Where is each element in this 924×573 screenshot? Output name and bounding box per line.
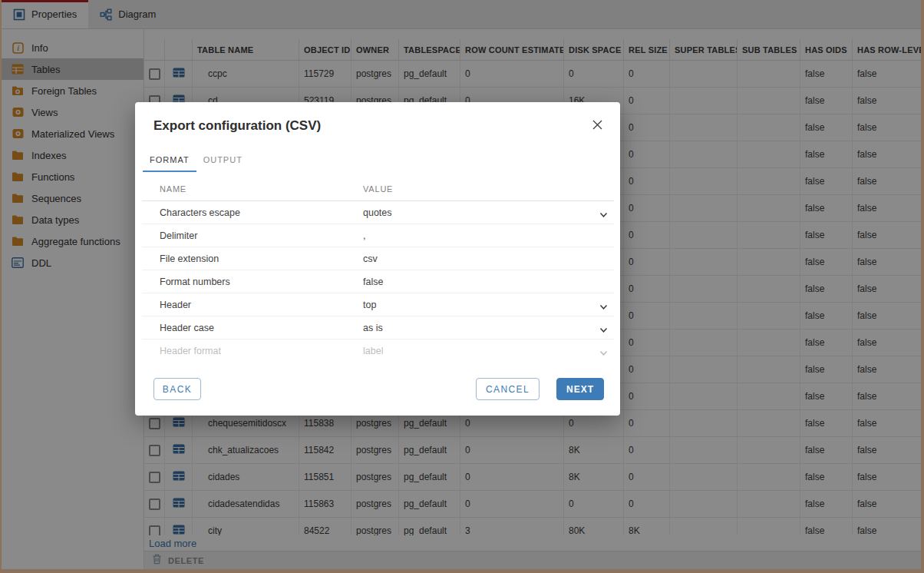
property-row-format-numbers: Format numbersfalse (142, 270, 614, 293)
back-button[interactable]: BACK (153, 378, 201, 400)
property-value-text: , (363, 230, 365, 241)
dialog-tab-format[interactable]: FORMAT (143, 151, 196, 172)
property-name: Header (142, 300, 363, 310)
property-name: Header format (142, 346, 363, 356)
dialog-properties: Characters escapequotesDelimiter,File ex… (142, 201, 614, 359)
property-value-text: as is (363, 323, 383, 333)
property-value[interactable]: quotes (363, 207, 614, 218)
property-row-delimiter: Delimiter, (142, 224, 614, 247)
property-row-header: Headertop (142, 293, 614, 316)
property-row-file-extension: File extensioncsv (142, 247, 614, 270)
dialog-properties-table: NAME VALUE Characters escapequotesDelimi… (142, 177, 614, 371)
dialog-tabs: FORMAT OUTPUT (143, 151, 249, 172)
property-value-text: false (363, 277, 383, 287)
property-value-text: quotes (363, 207, 392, 218)
property-value[interactable]: label (363, 346, 614, 356)
property-value[interactable]: false (363, 277, 614, 287)
properties-value-header: VALUE (363, 184, 614, 194)
property-value[interactable]: csv (363, 253, 614, 264)
chevron-down-icon[interactable] (599, 210, 608, 220)
dialog-title: Export configuration (CSV) (153, 118, 321, 134)
property-value-text: top (363, 300, 376, 310)
property-value[interactable]: top (363, 300, 614, 310)
property-value-text: label (363, 346, 383, 356)
export-configuration-dialog: Export configuration (CSV) FORMAT OUTPUT… (135, 102, 620, 416)
dialog-tab-output[interactable]: OUTPUT (196, 151, 249, 172)
property-value[interactable]: as is (363, 323, 614, 333)
property-row-header-case: Header caseas is (142, 316, 614, 339)
property-row-header-format: Header formatlabel (142, 339, 614, 359)
chevron-down-icon[interactable] (599, 325, 608, 336)
property-name: Format numbers (142, 277, 363, 287)
property-value[interactable]: , (363, 230, 614, 241)
chevron-down-icon[interactable] (599, 348, 608, 359)
property-name: File extension (142, 253, 363, 264)
close-icon[interactable] (591, 118, 603, 131)
property-name: Characters escape (142, 207, 363, 218)
cancel-button[interactable]: CANCEL (476, 378, 540, 400)
dialog-properties-header: NAME VALUE (142, 177, 614, 201)
property-name: Delimiter (142, 230, 363, 241)
chevron-down-icon[interactable] (599, 302, 608, 313)
property-name: Header case (142, 323, 363, 333)
property-row-characters-escape: Characters escapequotes (142, 201, 614, 224)
properties-name-header: NAME (142, 184, 363, 194)
next-button[interactable]: NEXT (556, 378, 604, 400)
property-value-text: csv (363, 253, 378, 264)
